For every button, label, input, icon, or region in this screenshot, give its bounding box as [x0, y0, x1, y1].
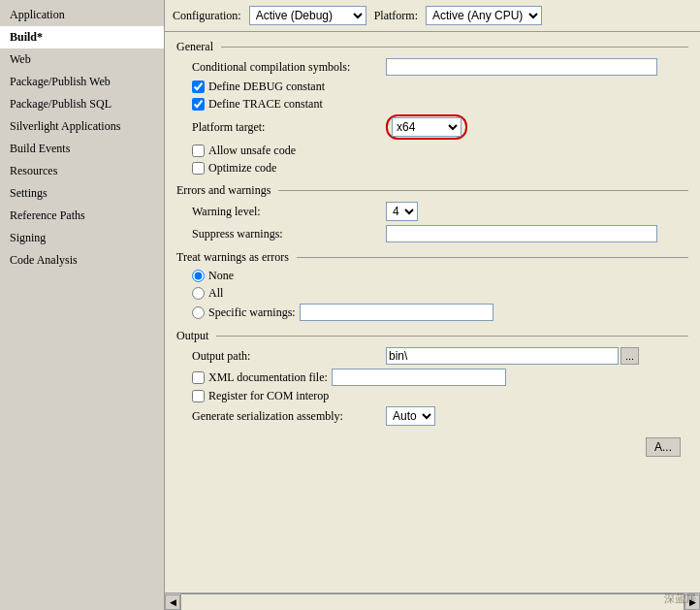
treat-warnings-title: Treat warnings as errors — [176, 250, 688, 265]
scroll-content: General Conditional compilation symbols:… — [165, 32, 700, 593]
platform-label: Platform: — [374, 9, 418, 23]
none-radio[interactable] — [192, 270, 205, 282]
platform-target-label: Platform target: — [192, 120, 386, 135]
output-path-input[interactable] — [386, 347, 619, 365]
sidebar-item-application[interactable]: Application — [0, 4, 164, 26]
general-title: General — [176, 40, 688, 54]
sidebar-item-web[interactable]: Web — [0, 48, 164, 71]
serialization-select[interactable]: Auto On Off — [386, 406, 435, 426]
com-interop-row: Register for COM interop — [176, 389, 688, 403]
conditional-compilation-input[interactable] — [386, 58, 657, 76]
all-radio[interactable] — [192, 287, 205, 300]
define-debug-label: Define DEBUG constant — [208, 80, 325, 94]
define-trace-checkbox[interactable] — [192, 98, 205, 111]
platform-target-select[interactable]: Any CPU x86 x64 — [392, 117, 461, 137]
allow-unsafe-checkbox[interactable] — [192, 144, 205, 157]
scroll-left-button[interactable]: ◀ — [165, 594, 180, 610]
sidebar-item-package-sql[interactable]: Package/Publish SQL — [0, 93, 164, 115]
sidebar: Application Build* Web Package/Publish W… — [0, 0, 165, 610]
warning-level-row: Warning level: 0 1 2 3 4 — [176, 202, 688, 221]
none-row: None — [176, 269, 688, 283]
optimize-row: Optimize code — [176, 161, 688, 176]
content-area: Configuration: Active (Debug) Debug Rele… — [165, 0, 700, 610]
conditional-compilation-row: Conditional compilation symbols: — [176, 58, 688, 76]
suppress-warnings-input[interactable] — [386, 225, 657, 242]
watermark: 深蓝居 — [664, 592, 696, 606]
xml-doc-checkbox[interactable] — [192, 371, 205, 384]
serialization-label: Generate serialization assembly: — [192, 409, 386, 424]
serialization-row: Generate serialization assembly: Auto On… — [176, 406, 688, 426]
define-debug-checkbox[interactable] — [192, 80, 205, 93]
configuration-label: Configuration: — [173, 9, 241, 23]
com-interop-label: Register for COM interop — [208, 389, 329, 403]
specific-row: Specific warnings: — [176, 304, 688, 321]
suppress-warnings-label: Suppress warnings: — [192, 227, 386, 241]
bottom-scrollbar: ◀ ▶ — [165, 593, 700, 610]
output-path-row: Output path: ... — [176, 347, 688, 365]
errors-warnings-title: Errors and warnings — [176, 183, 688, 198]
none-label: None — [208, 269, 234, 283]
output-path-label: Output path: — [192, 349, 386, 364]
configuration-select[interactable]: Active (Debug) Debug Release All Configu… — [249, 6, 366, 25]
advanced-area: A... — [176, 433, 688, 461]
conditional-compilation-label: Conditional compilation symbols: — [192, 60, 386, 75]
specific-label: Specific warnings: — [208, 305, 296, 320]
com-interop-checkbox[interactable] — [192, 390, 205, 402]
define-trace-label: Define TRACE constant — [208, 97, 323, 112]
advanced-button[interactable]: A... — [646, 437, 681, 457]
sidebar-item-reference-paths[interactable]: Reference Paths — [0, 205, 164, 227]
allow-unsafe-row: Allow unsafe code — [176, 144, 688, 158]
output-title: Output — [176, 329, 688, 343]
platform-select[interactable]: Active (Any CPU) Any CPU x86 x64 — [426, 6, 542, 25]
sidebar-item-package-web[interactable]: Package/Publish Web — [0, 71, 164, 93]
treat-warnings-section: Treat warnings as errors None All Specif… — [176, 250, 688, 321]
specific-radio[interactable] — [192, 306, 205, 319]
xml-doc-row: XML documentation file: — [176, 369, 688, 386]
optimize-label: Optimize code — [208, 161, 276, 176]
sidebar-item-resources[interactable]: Resources — [0, 160, 164, 182]
warning-level-label: Warning level: — [192, 205, 386, 219]
sidebar-item-silverlight[interactable]: Silverlight Applications — [0, 115, 164, 138]
suppress-warnings-row: Suppress warnings: — [176, 225, 688, 242]
sidebar-item-signing[interactable]: Signing — [0, 227, 164, 249]
xml-doc-input[interactable] — [332, 369, 506, 386]
platform-target-row: Platform target: Any CPU x86 x64 — [176, 114, 688, 140]
allow-unsafe-label: Allow unsafe code — [208, 144, 296, 158]
output-path-browse-button[interactable]: ... — [620, 347, 639, 365]
output-section: Output Output path: ... XML documentatio… — [176, 329, 688, 426]
platform-target-highlight: Any CPU x86 x64 — [386, 114, 467, 140]
sidebar-item-build-events[interactable]: Build Events — [0, 138, 164, 160]
sidebar-item-code-analysis[interactable]: Code Analysis — [0, 249, 164, 272]
optimize-checkbox[interactable] — [192, 162, 205, 175]
scrollbar-track[interactable] — [180, 594, 684, 611]
define-debug-row: Define DEBUG constant — [176, 80, 688, 94]
xml-doc-label: XML documentation file: — [208, 370, 328, 385]
warning-level-select[interactable]: 0 1 2 3 4 — [386, 202, 418, 221]
all-row: All — [176, 286, 688, 301]
general-section: General Conditional compilation symbols:… — [176, 40, 688, 176]
sidebar-item-build[interactable]: Build* — [0, 26, 164, 48]
errors-warnings-section: Errors and warnings Warning level: 0 1 2… — [176, 183, 688, 242]
sidebar-item-settings[interactable]: Settings — [0, 182, 164, 205]
top-bar: Configuration: Active (Debug) Debug Rele… — [165, 0, 700, 32]
all-label: All — [208, 286, 223, 301]
specific-warnings-input[interactable] — [300, 304, 493, 321]
define-trace-row: Define TRACE constant — [176, 97, 688, 112]
